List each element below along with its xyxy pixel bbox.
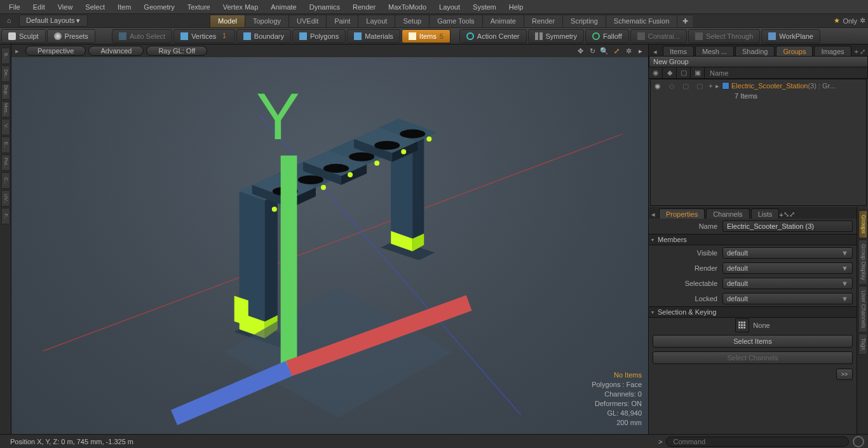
tab-uvedit[interactable]: UVEdit [288, 15, 326, 27]
home-icon[interactable]: ⌂ [3, 17, 15, 25]
tab-shading[interactable]: Shading [735, 46, 775, 56]
tab-gametools[interactable]: Game Tools [429, 15, 482, 27]
viewport-gear-icon[interactable]: ✲ [623, 46, 634, 56]
name-input[interactable]: Electric_Scooter_Station (3) [722, 221, 853, 232]
menu-texture[interactable]: Texture [181, 1, 217, 13]
tab-items-panel[interactable]: Items [663, 46, 694, 56]
section-members[interactable]: Members [649, 234, 857, 245]
menu-geometry[interactable]: Geometry [137, 1, 180, 13]
outliner-list[interactable]: ◉ ◇ ▢ ▢ + ▸ Electric_Scooter_Station (3)… [650, 79, 867, 206]
pattern-none-button[interactable] [735, 318, 749, 332]
left-strip-c[interactable]: C.. [1, 172, 10, 189]
tab-groups[interactable]: Groups [776, 46, 813, 56]
viewport-dropdown-icon[interactable]: ▸ [11, 47, 23, 55]
tab-images[interactable]: Images [814, 46, 851, 56]
rstrip-user-channels[interactable]: User Channels [858, 286, 867, 333]
menu-dynamics[interactable]: Dynamics [303, 1, 346, 13]
tab-model[interactable]: Model [210, 15, 245, 27]
vertices-button[interactable]: Vertices1 [173, 29, 235, 43]
left-strip-pol[interactable]: Pol.. [1, 154, 10, 171]
maximize-icon[interactable]: ⤢ [611, 46, 621, 56]
tab-render[interactable]: Render [524, 15, 562, 27]
command-input[interactable]: Command [666, 437, 849, 447]
panel-plus-icon[interactable]: + [855, 48, 858, 56]
axis-gizmo[interactable]: Y [11, 57, 648, 434]
props-expand-icon[interactable]: ◂ [649, 210, 658, 219]
autoselect-button[interactable]: Auto Select [112, 29, 172, 43]
polygons-button[interactable]: Polygons [292, 29, 346, 43]
symmetry-button[interactable]: Symmetry [528, 29, 585, 43]
go-button[interactable]: >> [836, 369, 853, 380]
viewport-raygl[interactable]: Ray GL: Off [146, 46, 207, 56]
action-center-button[interactable]: Action Center [459, 29, 527, 43]
sculpt-button[interactable]: Sculpt [1, 29, 46, 43]
left-strip-mes[interactable]: Mes.. [1, 101, 10, 118]
left-strip-e[interactable]: E.. [1, 137, 10, 153]
menu-file[interactable]: File [3, 1, 27, 13]
menu-layout[interactable]: Layout [433, 1, 466, 13]
menu-help[interactable]: Help [503, 1, 530, 13]
tab-topology[interactable]: Topology [245, 15, 288, 27]
section-selection-keying[interactable]: Selection & Keying [649, 306, 857, 318]
gear-icon[interactable]: ✲ [860, 17, 865, 25]
props-min-icon[interactable]: ⤡ [783, 210, 789, 218]
constraints-button[interactable]: Constrai... [630, 29, 687, 43]
outliner-row[interactable]: ◉ ◇ ▢ ▢ + ▸ Electric_Scooter_Station (3)… [651, 79, 866, 92]
tab-lists[interactable]: Lists [751, 208, 780, 219]
menu-system[interactable]: System [466, 1, 503, 13]
rotate-icon[interactable]: ↻ [587, 46, 597, 56]
left-strip-dup[interactable]: Dup.. [1, 83, 10, 100]
rstrip-group-display[interactable]: Group Display [858, 240, 867, 285]
tab-add[interactable]: ✚ [677, 15, 693, 27]
menu-render[interactable]: Render [346, 1, 382, 13]
tab-scripting[interactable]: Scripting [562, 15, 606, 27]
3d-viewport[interactable]: Y No Items Polygons : Face Channels: 0 D… [11, 57, 648, 434]
tab-animate[interactable]: Animate [482, 15, 524, 27]
menu-vertexmap[interactable]: Vertex Map [217, 1, 265, 13]
menu-maxtomodo[interactable]: MaxToModo [382, 1, 433, 13]
col-render-icon[interactable]: ◆ [663, 67, 677, 78]
select-items-button[interactable]: Select Items [653, 335, 853, 348]
materials-button[interactable]: Materials [347, 29, 400, 43]
pan-icon[interactable]: ✥ [575, 46, 585, 56]
rstrip-groups[interactable]: Groups [858, 210, 867, 238]
col-name[interactable]: Name [705, 67, 868, 78]
falloff-button[interactable]: Falloff [585, 29, 629, 43]
props-max-icon[interactable]: ⤢ [789, 210, 795, 218]
tab-meshops[interactable]: Mesh ... [695, 46, 734, 56]
outliner-expand-icon[interactable]: ◂ [649, 48, 661, 56]
tab-schematicfusion[interactable]: Schematic Fusion [606, 15, 677, 27]
record-button[interactable] [853, 436, 864, 447]
selectable-select[interactable]: default▼ [722, 278, 853, 289]
menu-select[interactable]: Select [79, 1, 111, 13]
boundary-button[interactable]: Boundary [236, 29, 291, 43]
tab-paint[interactable]: Paint [326, 15, 358, 27]
left-strip-uv[interactable]: UV.. [1, 190, 10, 207]
presets-button[interactable]: Presets [47, 29, 95, 43]
menu-animate[interactable]: Animate [264, 1, 302, 13]
left-strip-f[interactable]: F.. [1, 208, 10, 224]
tab-layout[interactable]: Layout [358, 15, 395, 27]
zoom-icon[interactable]: 🔍 [599, 46, 609, 56]
viewport-next-icon[interactable]: ▸ [635, 46, 646, 56]
workplane-button[interactable]: WorkPlane [761, 29, 820, 43]
tab-properties[interactable]: Properties [659, 208, 705, 219]
menu-view[interactable]: View [51, 1, 79, 13]
left-strip-de[interactable]: De.. [1, 65, 10, 82]
outliner-item-name[interactable]: Electric_Scooter_Station [731, 82, 808, 90]
visible-select[interactable]: default▼ [722, 247, 853, 259]
tab-setup[interactable]: Setup [395, 15, 429, 27]
menu-item[interactable]: Item [111, 1, 137, 13]
panel-expand-icon[interactable]: ⤢ [860, 48, 865, 56]
viewport-advanced[interactable]: Advanced [88, 46, 144, 56]
left-strip-b[interactable]: B.. [1, 48, 10, 64]
only-label[interactable]: Only [843, 17, 857, 25]
default-layouts-dropdown[interactable]: Default Layouts ▾ [19, 15, 88, 27]
select-channels-button[interactable]: Select Channels [653, 351, 853, 364]
locked-select[interactable]: default▼ [722, 293, 853, 304]
tab-channels[interactable]: Channels [706, 208, 749, 219]
col-eye-icon[interactable]: ◉ [649, 67, 663, 78]
select-through-button[interactable]: Select Through [688, 29, 760, 43]
render-select[interactable]: default▼ [722, 262, 853, 274]
items-button[interactable]: Items5 [402, 29, 451, 43]
